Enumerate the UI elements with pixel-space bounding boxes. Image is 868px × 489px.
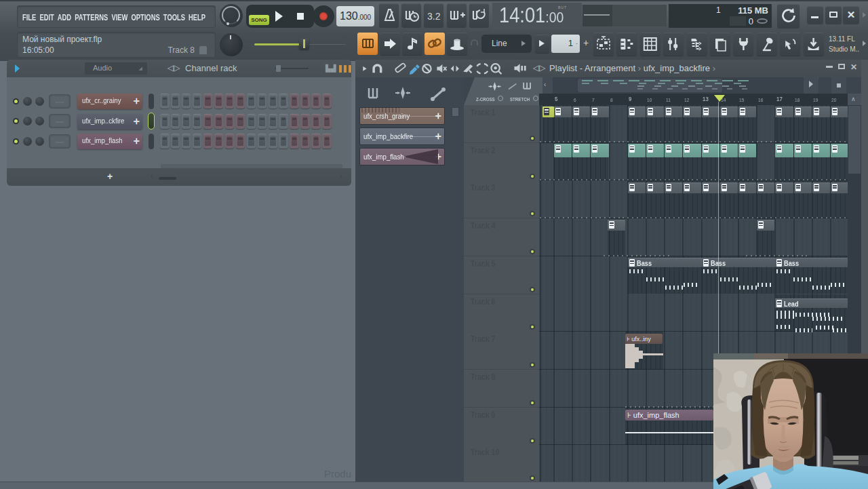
svg-text:3.2: 3.2 (427, 11, 441, 22)
